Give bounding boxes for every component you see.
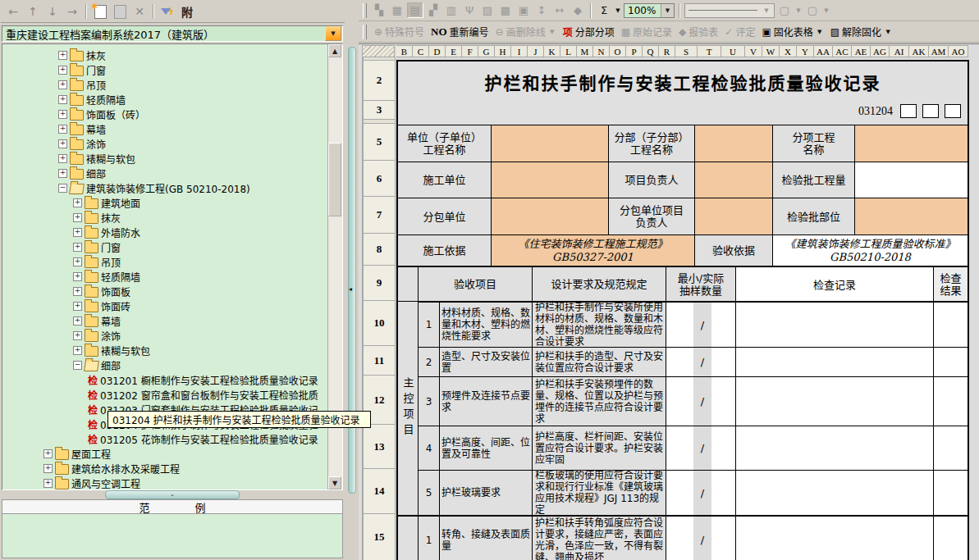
- tree-item-label[interactable]: 031202 窗帘盒和窗台板制作与安装工程检验批质: [100, 388, 318, 402]
- tree-item-label[interactable]: 建筑地面: [101, 196, 140, 210]
- project-leader-value[interactable]: [695, 162, 773, 198]
- column-header-P[interactable]: P: [626, 45, 643, 57]
- tree-item[interactable]: +建筑地面: [73, 195, 140, 210]
- toolbar-grip[interactable]: [363, 25, 367, 39]
- tree-item[interactable]: +抹灰: [73, 210, 121, 225]
- tree-item-label[interactable]: 屋面工程: [71, 447, 111, 461]
- column-header-L[interactable]: L: [560, 45, 577, 57]
- column-header-AG[interactable]: AG: [871, 45, 890, 57]
- expand-icon[interactable]: +: [73, 198, 82, 207]
- row-header-15[interactable]: 15: [363, 514, 396, 560]
- tree-item[interactable]: +建筑给水排水及采暖工程: [43, 461, 180, 476]
- tree-item[interactable]: +涂饰: [58, 136, 106, 151]
- subitem-button[interactable]: 项分部分项: [560, 25, 618, 39]
- record-cell[interactable]: [736, 426, 934, 471]
- tree-item[interactable]: +吊顶: [58, 77, 106, 92]
- column-header-AE[interactable]: AE: [852, 45, 871, 57]
- row-spacing-icon[interactable]: ↕: [533, 2, 550, 18]
- result-cell[interactable]: [934, 517, 968, 560]
- worksheet-icon[interactable]: ▤: [407, 2, 423, 18]
- result-cell[interactable]: [934, 426, 968, 471]
- table-grid-icon[interactable]: ▦: [389, 2, 405, 18]
- tree-item[interactable]: 检031205 花饰制作与安装工程检验批质量验收记录: [88, 431, 318, 446]
- expand-icon[interactable]: +: [58, 125, 67, 134]
- column-header-F[interactable]: F: [462, 45, 478, 57]
- row-header-11[interactable]: 11: [363, 346, 396, 376]
- row-header-14[interactable]: 14: [363, 469, 396, 514]
- column-header-M[interactable]: M: [577, 45, 593, 57]
- expand-icon[interactable]: +: [73, 272, 82, 281]
- column-header-AK[interactable]: AK: [909, 45, 929, 57]
- tree-item-label[interactable]: 涂饰: [101, 329, 121, 343]
- row-header-9[interactable]: 9: [363, 266, 396, 301]
- original-record-button[interactable]: ▦原始记录: [618, 25, 675, 39]
- collapse-icon[interactable]: −: [73, 361, 82, 370]
- expand-icon[interactable]: +: [73, 316, 82, 326]
- tree-item[interactable]: +轻质隔墙: [73, 269, 140, 284]
- lock-cell-icon[interactable]: ▣: [515, 2, 532, 18]
- tree-item[interactable]: +吊顶: [73, 254, 121, 269]
- column-header-AM[interactable]: AM: [929, 45, 949, 57]
- tree-item-label[interactable]: 外墙防水: [101, 225, 140, 239]
- copy-record-icon[interactable]: [111, 3, 129, 20]
- contractor-value[interactable]: [492, 162, 609, 198]
- column-header-N[interactable]: N: [593, 45, 610, 57]
- scroll-down-icon[interactable]: ▼: [328, 476, 341, 489]
- tree-item-label[interactable]: 幕墙: [101, 314, 121, 328]
- column-header-B[interactable]: B: [396, 45, 413, 57]
- tree-item-label[interactable]: 裱糊与软包: [86, 152, 135, 166]
- tree-item[interactable]: +外墙防水: [73, 225, 140, 239]
- expand-icon[interactable]: +: [73, 302, 82, 311]
- nav-right-icon[interactable]: →: [63, 3, 81, 20]
- assess-button[interactable]: ✓评定: [721, 25, 758, 39]
- pattern-cells-icon[interactable]: ▩: [497, 2, 514, 18]
- nav-down-icon[interactable]: ↓: [43, 3, 62, 20]
- tree-item-label[interactable]: 门窗: [86, 63, 106, 77]
- tree-item-label[interactable]: 建筑装饰装修工程(GB 50210-2018): [86, 181, 250, 195]
- tree-item[interactable]: +饰面板（砖）: [58, 107, 145, 121]
- column-header-S[interactable]: S: [675, 45, 698, 57]
- column-header-X[interactable]: X: [780, 45, 797, 57]
- freeze-table-button[interactable]: ▣固化表格▼: [758, 25, 826, 39]
- shade-cells-icon[interactable]: ▨: [479, 2, 496, 18]
- result-cell[interactable]: [934, 348, 968, 377]
- tree-item-label[interactable]: 吊顶: [86, 78, 106, 92]
- expand-icon[interactable]: +: [73, 257, 82, 266]
- record-cell[interactable]: [736, 377, 934, 426]
- expand-icon[interactable]: +: [58, 139, 67, 148]
- nav-up-icon[interactable]: ↑: [24, 3, 42, 20]
- tree-item[interactable]: 检031201 橱柜制作与安装工程检验批质量验收记录: [88, 372, 318, 387]
- expand-icon[interactable]: +: [43, 449, 53, 458]
- column-header-AA[interactable]: AA: [814, 45, 833, 57]
- sampling-cell[interactable]: /: [666, 348, 736, 377]
- tree-item-label[interactable]: 饰面板: [101, 285, 130, 298]
- subcontractor-leader-value[interactable]: [695, 198, 773, 235]
- tree-item[interactable]: +幕墙: [58, 121, 106, 136]
- scrollbar-thumb[interactable]: [328, 143, 341, 216]
- column-header-K[interactable]: K: [544, 45, 560, 57]
- sampling-cell[interactable]: /: [666, 303, 736, 348]
- expand-icon[interactable]: +: [73, 331, 82, 340]
- construction-basis-value[interactable]: 《住宅装饰装修工程施工规范》GB50327-2001: [492, 235, 695, 267]
- new-record-icon[interactable]: [91, 3, 109, 20]
- special-symbol-button[interactable]: ⊕特殊符号: [371, 25, 428, 39]
- expand-icon[interactable]: +: [58, 169, 67, 178]
- scroll-up-icon[interactable]: ▲: [328, 44, 341, 57]
- tree-item[interactable]: +裱糊与软包: [73, 343, 150, 357]
- expand-icon[interactable]: +: [58, 95, 67, 104]
- expand-icon[interactable]: +: [73, 228, 82, 237]
- collapse-icon[interactable]: −: [58, 184, 67, 193]
- border-color-dropdown-icon[interactable]: ▼: [822, 7, 830, 14]
- col-spacing-icon[interactable]: ↔: [551, 2, 568, 18]
- unfreeze-button-dropdown-icon[interactable]: ▼: [884, 29, 892, 35]
- strike-line-button[interactable]: ⊖画删除线▼: [492, 25, 560, 39]
- tree-item-label[interactable]: 幕墙: [86, 122, 106, 136]
- result-cell[interactable]: [934, 471, 968, 516]
- column-header-D[interactable]: D: [429, 45, 446, 57]
- column-header-W[interactable]: W: [762, 45, 780, 57]
- code-box-3[interactable]: [945, 104, 961, 118]
- fill-color-dropdown-icon[interactable]: ▼: [794, 7, 803, 14]
- branch-column-icon[interactable]: Ψ: [461, 2, 478, 18]
- row-header-6[interactable]: 6: [363, 161, 396, 197]
- column-header-Q[interactable]: Q: [643, 45, 659, 57]
